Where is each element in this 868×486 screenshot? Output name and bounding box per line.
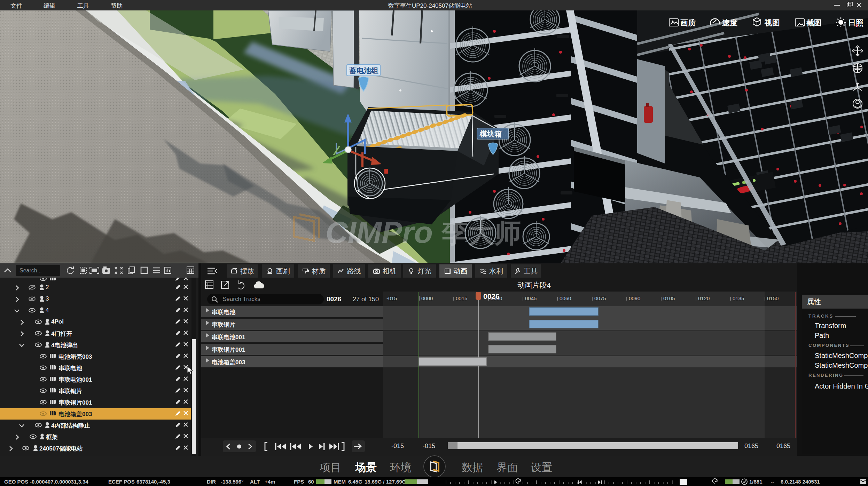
svg-text:0045: 0045 xyxy=(525,295,537,301)
svg-text:0015: 0015 xyxy=(456,295,467,301)
svg-text:蓄电池组: 蓄电池组 xyxy=(349,66,378,74)
svg-text:0150: 0150 xyxy=(767,295,779,301)
svg-text:0000: 0000 xyxy=(421,295,433,301)
svg-text:-015: -015 xyxy=(386,295,397,301)
svg-text:0120: 0120 xyxy=(698,295,710,301)
svg-text:0060: 0060 xyxy=(560,295,571,301)
svg-text:0026: 0026 xyxy=(483,292,500,300)
svg-text:0075: 0075 xyxy=(594,295,606,301)
svg-text:视图: 视图 xyxy=(764,18,780,27)
svg-text:0135: 0135 xyxy=(733,295,744,301)
svg-text:孪大师: 孪大师 xyxy=(441,218,521,248)
svg-text:CIMPro: CIMPro xyxy=(326,215,433,249)
svg-text:0105: 0105 xyxy=(663,295,675,301)
svg-text:截图: 截图 xyxy=(806,18,822,27)
svg-text:0090: 0090 xyxy=(629,295,640,301)
svg-text:画质: 画质 xyxy=(680,18,696,27)
svg-text:速度: 速度 xyxy=(722,18,737,27)
svg-text:日照: 日照 xyxy=(848,18,863,27)
svg-text:模块箱: 模块箱 xyxy=(479,130,502,138)
